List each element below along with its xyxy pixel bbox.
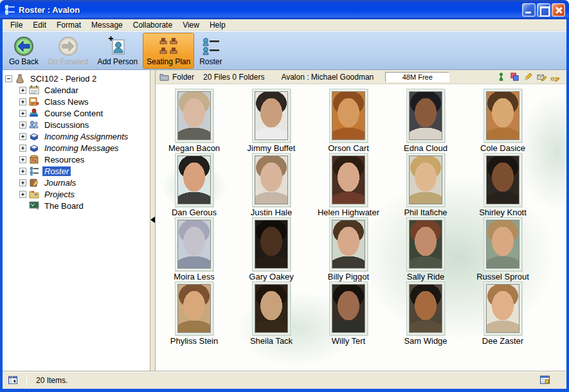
student-photo [255,156,288,204]
copy-icon[interactable] [510,72,519,82]
tree-item-roster[interactable]: Roster [3,165,150,177]
tree-item-label: Calendar [42,85,80,95]
tree-expander-plus[interactable] [19,133,26,140]
panel-toggle-icon[interactable] [8,375,19,386]
person-icon[interactable] [496,72,506,82]
tree-item-label: Course Content [42,109,105,118]
menu-message[interactable]: Message [86,20,128,30]
student-item-gary-oakey[interactable]: Gary Oakey [233,217,310,281]
tree-expander-plus[interactable] [19,191,26,198]
tree-item-projects[interactable]: Projects [3,188,150,200]
tree-expander-minus[interactable] [5,75,12,82]
student-photo [409,156,442,204]
tree-expander-plus[interactable] [19,156,26,163]
student-item-phil-itafiche[interactable]: Phil Itafiche [387,153,464,217]
student-item-dee-zaster[interactable]: Dee Zaster [464,281,541,346]
photo-frame [252,217,291,271]
photo-frame [175,153,213,207]
photo-frame [252,89,291,143]
student-item-dan-gerous[interactable]: Dan Gerous [156,153,233,217]
tree-expander-plus[interactable] [19,121,26,129]
student-photo [177,220,211,269]
student-name: Cole Dasice [480,143,525,153]
student-item-shirley-knott[interactable]: Shirley Knott [464,153,541,217]
add-person-button[interactable]: Add Person [93,33,141,69]
menu-edit[interactable]: Edit [28,20,51,30]
student-item-jimmy-buffet[interactable]: Jimmy Buffet [233,89,310,153]
student-grid-area: Megan BaconJimmy BuffetOrson CartEdna Cl… [156,84,566,371]
tree-item-label: Resources [42,155,86,165]
tree-expander-plus[interactable] [19,98,26,105]
pencil-icon[interactable] [523,72,533,82]
roster-app-icon [4,4,15,15]
class-news-icon [29,96,39,107]
student-item-willy-tert[interactable]: Willy Tert [310,281,387,346]
tree-expander-plus[interactable] [19,87,26,94]
roster-tree-icon [29,166,39,176]
student-name: Justin Hale [251,208,292,217]
collapse-tree-arrow[interactable] [150,217,155,223]
student-item-megan-bacon[interactable]: Megan Bacon [156,89,233,153]
go-forward-button[interactable]: Go Forward [44,33,92,69]
folder-icon [159,72,169,82]
photo-frame [329,153,368,207]
tree-expander-plus[interactable] [19,145,26,152]
student-item-edna-cloud[interactable]: Edna Cloud [387,89,464,153]
student-item-billy-piggot[interactable]: Billy Piggot [310,217,387,281]
discussions-icon [29,120,39,130]
student-item-orson-cart[interactable]: Orson Cart [310,89,387,153]
tree-item-resources[interactable]: Resources [3,154,150,165]
student-item-cole-dasice[interactable]: Cole Dasice [464,89,541,153]
minimize-button[interactable] [522,3,536,17]
photo-frame [252,281,291,335]
tree-item-class-news[interactable]: Class News [3,96,150,107]
photo-frame [406,153,445,207]
tree-item-incoming-assignments[interactable]: Incoming Assignments [3,130,150,142]
go-back-button[interactable]: Go Back [5,33,42,69]
student-item-helen-highwater[interactable]: Helen Highwater [310,153,387,217]
student-item-phyliss-stein[interactable]: Phyliss Stein [156,281,233,346]
tree-item-journals[interactable]: Journals [3,177,150,188]
mail-edit-icon[interactable] [537,72,546,82]
photo-frame [483,217,522,271]
menu-format[interactable]: Format [51,20,86,30]
tree-item-sci102---period-2[interactable]: SCI102 - Period 2 [3,73,150,84]
maximize-button[interactable] [537,3,550,17]
student-photo [486,91,519,140]
student-item-justin-hale[interactable]: Justin Hale [233,153,310,217]
tree-expander-plus[interactable] [19,179,26,186]
student-photo [255,91,288,140]
close-button[interactable] [552,3,565,17]
photo-frame [483,153,522,207]
window-title: Roster : Avalon [19,5,522,15]
key-edit-icon[interactable] [550,72,560,82]
student-item-moira-less[interactable]: Moira Less [156,217,233,281]
menu-view[interactable]: View [177,20,204,30]
tree-item-discussions[interactable]: Discussions [3,119,150,130]
photo-frame [406,281,445,335]
seating-plan-button[interactable]: Seating Plan [143,33,194,69]
student-item-russel-sprout[interactable]: Russel Sprout [464,217,541,281]
menu-file[interactable]: File [5,20,28,30]
seating-plan-icon [158,36,179,57]
tree-item-the-board[interactable]: The Board [3,200,150,211]
tree-expander-plus[interactable] [19,110,26,117]
panel-splitter[interactable] [150,70,156,371]
photo-frame [252,153,291,207]
title-bar[interactable]: Roster : Avalon [0,0,569,19]
student-item-sally-ride[interactable]: Sally Ride [387,217,464,281]
window-icon[interactable] [539,375,551,386]
tree-item-calendar[interactable]: Calendar [3,84,150,96]
student-item-sam-widge[interactable]: Sam Widge [387,281,464,346]
student-photo [177,156,211,204]
folder-bar-actions [496,72,563,82]
roster-button[interactable]: Roster [195,33,226,69]
tree-expander-plus[interactable] [19,168,26,175]
tree-item-incoming-messages[interactable]: Incoming Messages [3,142,150,154]
menu-collaborate[interactable]: Collaborate [128,20,177,30]
projects-icon [29,189,39,199]
app-window: Roster : Avalon FileEditFormatMessageCol… [0,0,569,392]
tree-item-course-content[interactable]: Course Content [3,107,150,119]
student-item-sheila-tack[interactable]: Sheila Tack [233,281,310,346]
menu-help[interactable]: Help [204,20,231,30]
